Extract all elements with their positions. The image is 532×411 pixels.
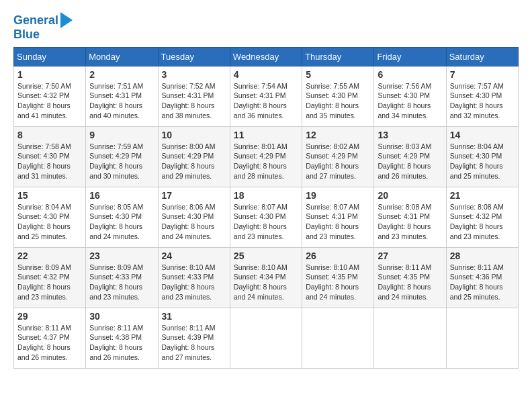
- calendar-cell: 30 Sunrise: 8:11 AM Sunset: 4:38 PM Dayl…: [86, 308, 158, 368]
- logo-arrow-icon: [60, 12, 73, 28]
- calendar-cell: 4 Sunrise: 7:54 AM Sunset: 4:31 PM Dayli…: [230, 66, 302, 126]
- calendar-cell: 17 Sunrise: 8:06 AM Sunset: 4:30 PM Dayl…: [158, 187, 230, 247]
- day-info: Sunrise: 8:02 AM Sunset: 4:29 PM Dayligh…: [306, 142, 359, 180]
- day-info: Sunrise: 8:05 AM Sunset: 4:30 PM Dayligh…: [89, 203, 143, 240]
- day-info: Sunrise: 8:00 AM Sunset: 4:29 PM Dayligh…: [162, 142, 216, 180]
- day-number: 27: [378, 250, 442, 261]
- calendar-week-row: 8 Sunrise: 7:58 AM Sunset: 4:30 PM Dayli…: [14, 126, 519, 187]
- day-info: Sunrise: 8:06 AM Sunset: 4:30 PM Dayligh…: [162, 203, 216, 240]
- calendar-cell: 16 Sunrise: 8:05 AM Sunset: 4:30 PM Dayl…: [86, 187, 158, 247]
- calendar-cell: [230, 308, 302, 368]
- day-number: 17: [162, 190, 226, 201]
- calendar-cell: 23 Sunrise: 8:09 AM Sunset: 4:33 PM Dayl…: [86, 247, 158, 308]
- day-info: Sunrise: 8:10 AM Sunset: 4:34 PM Dayligh…: [234, 263, 287, 301]
- calendar-cell: 3 Sunrise: 7:52 AM Sunset: 4:31 PM Dayli…: [158, 66, 230, 126]
- weekday-header: Monday: [86, 47, 158, 66]
- calendar-week-row: 29 Sunrise: 8:11 AM Sunset: 4:37 PM Dayl…: [14, 308, 519, 368]
- calendar-table: SundayMondayTuesdayWednesdayThursdayFrid…: [13, 47, 519, 369]
- day-info: Sunrise: 7:57 AM Sunset: 4:30 PM Dayligh…: [450, 82, 504, 120]
- day-info: Sunrise: 8:10 AM Sunset: 4:35 PM Dayligh…: [306, 263, 359, 301]
- day-info: Sunrise: 8:10 AM Sunset: 4:33 PM Dayligh…: [162, 263, 216, 301]
- day-info: Sunrise: 8:01 AM Sunset: 4:29 PM Dayligh…: [234, 142, 287, 180]
- day-info: Sunrise: 8:11 AM Sunset: 4:35 PM Dayligh…: [378, 263, 431, 301]
- day-info: Sunrise: 7:50 AM Sunset: 4:32 PM Dayligh…: [17, 82, 71, 120]
- day-number: 18: [234, 190, 298, 201]
- day-number: 22: [17, 250, 82, 261]
- day-number: 20: [378, 190, 442, 201]
- day-info: Sunrise: 7:56 AM Sunset: 4:30 PM Dayligh…: [378, 82, 431, 120]
- day-number: 16: [89, 190, 154, 201]
- calendar-cell: 21 Sunrise: 8:08 AM Sunset: 4:32 PM Dayl…: [446, 187, 518, 247]
- calendar-cell: 14 Sunrise: 8:04 AM Sunset: 4:30 PM Dayl…: [446, 126, 518, 187]
- day-info: Sunrise: 8:09 AM Sunset: 4:33 PM Dayligh…: [89, 263, 143, 301]
- day-info: Sunrise: 7:59 AM Sunset: 4:29 PM Dayligh…: [89, 142, 143, 180]
- day-number: 29: [17, 311, 82, 322]
- calendar-week-row: 1 Sunrise: 7:50 AM Sunset: 4:32 PM Dayli…: [14, 66, 519, 126]
- day-number: 4: [234, 69, 298, 80]
- day-number: 26: [306, 250, 370, 261]
- day-number: 21: [450, 190, 515, 201]
- day-info: Sunrise: 8:07 AM Sunset: 4:31 PM Dayligh…: [306, 203, 359, 240]
- calendar-cell: [374, 308, 446, 368]
- day-number: 2: [89, 69, 154, 80]
- calendar-cell: 25 Sunrise: 8:10 AM Sunset: 4:34 PM Dayl…: [230, 247, 302, 308]
- day-info: Sunrise: 8:04 AM Sunset: 4:30 PM Dayligh…: [17, 203, 71, 240]
- calendar-cell: 26 Sunrise: 8:10 AM Sunset: 4:35 PM Dayl…: [302, 247, 374, 308]
- day-number: 3: [162, 69, 226, 80]
- day-info: Sunrise: 8:11 AM Sunset: 4:39 PM Dayligh…: [162, 324, 216, 361]
- day-info: Sunrise: 7:52 AM Sunset: 4:31 PM Dayligh…: [162, 82, 216, 120]
- calendar-cell: 31 Sunrise: 8:11 AM Sunset: 4:39 PM Dayl…: [158, 308, 230, 368]
- day-number: 13: [378, 130, 442, 140]
- day-info: Sunrise: 7:55 AM Sunset: 4:30 PM Dayligh…: [306, 82, 359, 120]
- weekday-header: Thursday: [302, 47, 374, 66]
- day-info: Sunrise: 8:11 AM Sunset: 4:36 PM Dayligh…: [450, 263, 504, 301]
- day-info: Sunrise: 8:07 AM Sunset: 4:30 PM Dayligh…: [234, 203, 287, 240]
- page-header: General Blue: [13, 13, 519, 42]
- day-info: Sunrise: 8:09 AM Sunset: 4:32 PM Dayligh…: [17, 263, 71, 301]
- day-number: 23: [89, 250, 154, 261]
- day-info: Sunrise: 8:04 AM Sunset: 4:30 PM Dayligh…: [450, 142, 504, 180]
- day-number: 28: [450, 250, 515, 261]
- calendar-cell: 29 Sunrise: 8:11 AM Sunset: 4:37 PM Dayl…: [14, 308, 86, 368]
- day-number: 8: [17, 130, 82, 140]
- calendar-cell: 24 Sunrise: 8:10 AM Sunset: 4:33 PM Dayl…: [158, 247, 230, 308]
- calendar-cell: 10 Sunrise: 8:00 AM Sunset: 4:29 PM Dayl…: [158, 126, 230, 187]
- day-number: 14: [450, 130, 515, 140]
- calendar-week-row: 22 Sunrise: 8:09 AM Sunset: 4:32 PM Dayl…: [14, 247, 519, 308]
- weekday-header: Saturday: [446, 47, 518, 66]
- calendar-cell: 11 Sunrise: 8:01 AM Sunset: 4:29 PM Dayl…: [230, 126, 302, 187]
- day-number: 12: [306, 130, 370, 140]
- calendar-cell: [302, 308, 374, 368]
- day-number: 31: [162, 311, 226, 322]
- day-number: 5: [306, 69, 370, 80]
- day-info: Sunrise: 7:51 AM Sunset: 4:31 PM Dayligh…: [89, 82, 143, 120]
- weekday-header-row: SundayMondayTuesdayWednesdayThursdayFrid…: [14, 47, 519, 66]
- calendar-cell: 2 Sunrise: 7:51 AM Sunset: 4:31 PM Dayli…: [86, 66, 158, 126]
- day-number: 9: [89, 130, 154, 140]
- day-info: Sunrise: 8:03 AM Sunset: 4:29 PM Dayligh…: [378, 142, 431, 180]
- day-info: Sunrise: 8:11 AM Sunset: 4:37 PM Dayligh…: [17, 324, 71, 361]
- day-info: Sunrise: 8:11 AM Sunset: 4:38 PM Dayligh…: [89, 324, 143, 361]
- calendar-cell: 28 Sunrise: 8:11 AM Sunset: 4:36 PM Dayl…: [446, 247, 518, 308]
- day-info: Sunrise: 8:08 AM Sunset: 4:31 PM Dayligh…: [378, 203, 431, 240]
- calendar-cell: 22 Sunrise: 8:09 AM Sunset: 4:32 PM Dayl…: [14, 247, 86, 308]
- calendar-cell: 13 Sunrise: 8:03 AM Sunset: 4:29 PM Dayl…: [374, 126, 446, 187]
- calendar-week-row: 15 Sunrise: 8:04 AM Sunset: 4:30 PM Dayl…: [14, 187, 519, 247]
- calendar-cell: 20 Sunrise: 8:08 AM Sunset: 4:31 PM Dayl…: [374, 187, 446, 247]
- calendar-cell: 1 Sunrise: 7:50 AM Sunset: 4:32 PM Dayli…: [14, 66, 86, 126]
- day-number: 6: [378, 69, 442, 80]
- logo: General Blue: [13, 13, 73, 42]
- day-number: 19: [306, 190, 370, 201]
- calendar-cell: 15 Sunrise: 8:04 AM Sunset: 4:30 PM Dayl…: [14, 187, 86, 247]
- calendar-cell: 27 Sunrise: 8:11 AM Sunset: 4:35 PM Dayl…: [374, 247, 446, 308]
- calendar-cell: 18 Sunrise: 8:07 AM Sunset: 4:30 PM Dayl…: [230, 187, 302, 247]
- day-number: 24: [162, 250, 226, 261]
- calendar-cell: 5 Sunrise: 7:55 AM Sunset: 4:30 PM Dayli…: [302, 66, 374, 126]
- weekday-header: Wednesday: [230, 47, 302, 66]
- weekday-header: Friday: [374, 47, 446, 66]
- logo-blue: Blue: [13, 28, 40, 42]
- calendar-cell: 7 Sunrise: 7:57 AM Sunset: 4:30 PM Dayli…: [446, 66, 518, 126]
- day-info: Sunrise: 7:58 AM Sunset: 4:30 PM Dayligh…: [17, 142, 71, 180]
- day-number: 1: [17, 69, 82, 80]
- calendar-cell: 6 Sunrise: 7:56 AM Sunset: 4:30 PM Dayli…: [374, 66, 446, 126]
